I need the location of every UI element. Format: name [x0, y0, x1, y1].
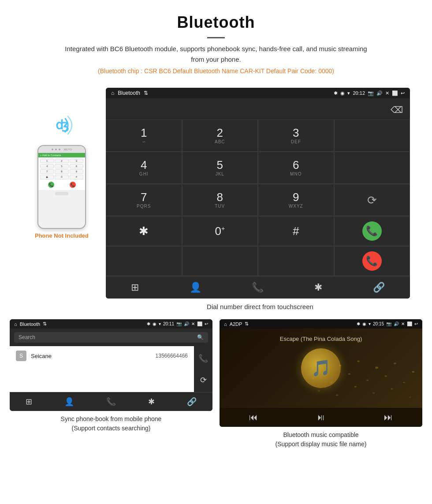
nav-link-icon[interactable]: 🔗: [373, 282, 385, 293]
close-icon: ✕: [385, 90, 389, 96]
camera-icon: 📷: [368, 90, 374, 96]
key-4[interactable]: 4 GHI: [106, 152, 182, 184]
volume-icon: 🔊: [376, 90, 383, 96]
pb-time: 20:11: [163, 321, 174, 326]
music-vol-icon: 🔊: [394, 321, 399, 326]
nav-contacts-icon[interactable]: 👤: [190, 282, 201, 293]
pb-nav-contacts[interactable]: 👤: [64, 397, 74, 407]
key-empty-2: [334, 152, 410, 184]
svg-point-9: [384, 375, 387, 377]
contact-number: 13566664466: [156, 353, 188, 359]
key-refresh[interactable]: ⟳: [334, 184, 410, 216]
phone-mockup: MOTO + Add to Contacts 123 456 789 ✱0# 📞…: [37, 145, 86, 229]
pb-side-refresh-icon[interactable]: ⟳: [200, 375, 207, 385]
key-5[interactable]: 5 JKL: [182, 152, 258, 184]
pb-side-call-icon[interactable]: 📞: [198, 354, 208, 363]
bluetooth-specs: (Bluetooth chip : CSR BC6 Default Blueto…: [9, 67, 423, 75]
end-call-button[interactable]: 📞: [334, 246, 410, 276]
key-6[interactable]: 6 MNO: [258, 152, 334, 184]
svg-point-5: [348, 373, 351, 375]
key-0[interactable]: 0+: [182, 216, 258, 246]
nav-phone-icon[interactable]: 📞: [252, 282, 264, 293]
pb-search-placeholder: Search: [19, 334, 35, 340]
page-title: Bluetooth: [9, 13, 423, 32]
nav-grid-icon[interactable]: ⊞: [131, 282, 139, 293]
screen-title: Bluetooth: [118, 90, 140, 96]
key-8[interactable]: 8 TUV: [182, 184, 258, 216]
prev-button[interactable]: ⏮: [249, 412, 258, 422]
pb-bottom-nav: ⊞ 👤 📞 ✱ 🔗: [10, 392, 212, 411]
page-header: Bluetooth Integrated with BC6 Bluetooth …: [0, 0, 432, 88]
play-pause-button[interactable]: ⏯: [317, 412, 325, 422]
pb-contacts-list: S Seicane 13566664466: [10, 346, 194, 392]
pb-search-bar[interactable]: Search 🔍: [14, 332, 208, 343]
svg-text:ʤ: ʤ: [56, 118, 69, 132]
pb-title: Bluetooth: [20, 321, 40, 327]
pb-search-icon[interactable]: 🔍: [197, 334, 204, 340]
pb-home-icon: ⌂: [14, 321, 17, 327]
call-button[interactable]: 📞: [334, 216, 410, 246]
svg-point-6: [357, 360, 360, 362]
pb-nav-link[interactable]: 🔗: [187, 397, 197, 407]
music-location-icon: ◉: [362, 321, 366, 326]
music-time: 20:15: [373, 321, 384, 326]
bluetooth-status-icon: ✱: [334, 90, 338, 96]
music-wifi-icon: ▾: [369, 321, 371, 326]
key-7[interactable]: 7 PQRS: [106, 184, 182, 216]
svg-point-13: [318, 390, 320, 392]
music-bt-icon: ✱: [357, 321, 360, 326]
key-empty-4: [182, 246, 258, 276]
dial-keypad: 1 ∽ 2 ABC 3 DEF 4 GHI 5: [106, 119, 410, 276]
key-2[interactable]: 2 ABC: [182, 119, 258, 152]
pb-location-icon: ◉: [153, 321, 156, 326]
header-divider: [207, 37, 225, 38]
backspace-button[interactable]: ⌫: [391, 105, 403, 115]
svg-point-8: [375, 366, 378, 369]
pb-camera-icon: 📷: [176, 321, 182, 326]
svg-point-11: [403, 381, 406, 383]
svg-point-10: [394, 362, 396, 364]
key-3[interactable]: 3 DEF: [258, 119, 334, 152]
svg-point-14: [336, 394, 339, 396]
bluetooth-signal-icon: ʤ: [48, 114, 75, 142]
music-song-title: Escape (The Pina Colada Song): [280, 336, 362, 342]
dial-screen: ⌂ Bluetooth ⇅ ✱ ◉ ▾ 20:12 📷 🔊 ✕ ⬜ ↩: [106, 88, 410, 299]
key-1[interactable]: 1 ∽: [106, 119, 182, 152]
music-status-bar: ⌂ A2DP ⇅ ✱ ◉ ▾ 20:15 📷 🔊 ✕ ⬜ ↩: [220, 319, 422, 329]
dial-nav-bar: ⊞ 👤 📞 ✱ 🔗: [106, 276, 410, 299]
phone-container: ʤ MOTO + Add to Contacts 123 456 789 ✱0#: [18, 88, 106, 239]
dial-caption: Dial number direct from touchscreen: [106, 303, 414, 310]
nav-bluetooth-icon[interactable]: ✱: [314, 282, 322, 293]
key-9[interactable]: 9 WXYZ: [258, 184, 334, 216]
header-description: Integrated with BC6 Bluetooth module, su…: [62, 44, 370, 65]
svg-point-15: [354, 386, 357, 388]
pb-close-icon: ✕: [191, 321, 195, 326]
svg-point-16: [372, 392, 375, 394]
svg-point-1: [312, 377, 314, 379]
main-section: ʤ MOTO + Add to Contacts 123 456 789 ✱0#: [0, 88, 432, 319]
svg-point-3: [330, 381, 333, 384]
usb-icon: ⇅: [144, 90, 148, 96]
pb-nav-grid[interactable]: ⊞: [26, 397, 32, 407]
table-row[interactable]: S Seicane 13566664466: [10, 346, 194, 366]
pb-nav-phone[interactable]: 📞: [106, 397, 116, 407]
music-screen-icon: ⬜: [407, 321, 412, 326]
bottom-row: ⌂ Bluetooth ⇅ ✱ ◉ ▾ 20:11 📷 🔊 ✕ ⬜ ↩: [0, 319, 432, 462]
dial-screen-container: ⌂ Bluetooth ⇅ ✱ ◉ ▾ 20:12 📷 🔊 ✕ ⬜ ↩: [106, 88, 414, 319]
phone-not-included-label: Phone Not Included: [35, 232, 89, 239]
screen-icon: ⬜: [392, 90, 398, 96]
key-hash[interactable]: #: [258, 216, 334, 246]
pb-nav-bt[interactable]: ✱: [148, 397, 155, 407]
back-icon: ↩: [401, 90, 405, 96]
dial-status-bar: ⌂ Bluetooth ⇅ ✱ ◉ ▾ 20:12 📷 🔊 ✕ ⬜ ↩: [106, 88, 410, 98]
music-camera-icon: 📷: [386, 321, 391, 326]
next-button[interactable]: ⏭: [384, 412, 393, 422]
svg-point-4: [339, 365, 342, 366]
dial-number-display: [113, 104, 391, 116]
phonebook-caption: Sync phone-book from mobile phone (Suppo…: [61, 414, 162, 433]
pb-usb-icon: ⇅: [43, 321, 47, 327]
phonebook-item: ⌂ Bluetooth ⇅ ✱ ◉ ▾ 20:11 📷 🔊 ✕ ⬜ ↩: [10, 319, 212, 449]
pb-bt-icon: ✱: [147, 321, 150, 326]
key-star[interactable]: ✱: [106, 216, 182, 246]
pb-right-panel: S Seicane 13566664466 📞 ⟳: [10, 346, 212, 392]
